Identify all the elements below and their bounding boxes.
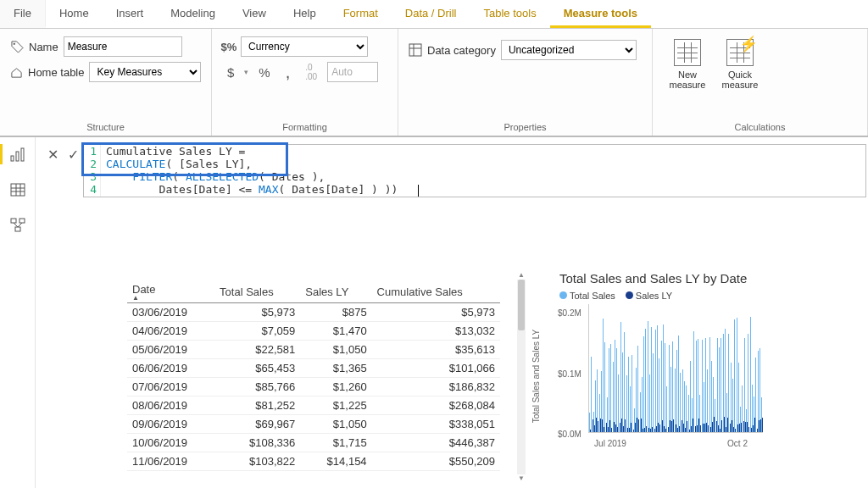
col-header[interactable]: Date▲: [127, 280, 214, 303]
svg-point-0: [13, 42, 14, 44]
ribbon-group-properties: Data category Uncategorized Properties: [398, 29, 653, 136]
table-row[interactable]: 05/06/2019$22,581$1,050$35,613: [127, 341, 500, 359]
decimals-input[interactable]: [327, 62, 378, 82]
tab-file[interactable]: File: [0, 0, 46, 28]
group-label-structure: Structure: [10, 120, 201, 136]
scrollbar-thumb[interactable]: [518, 280, 525, 330]
measure-name-input[interactable]: [64, 36, 182, 57]
table-row[interactable]: 07/06/2019$85,766$1,260$186,832: [127, 378, 500, 396]
chart-visual[interactable]: Total Sales and Sales LY by Date Total S…: [559, 271, 868, 448]
tab-view[interactable]: View: [229, 0, 280, 28]
table-row[interactable]: 03/06/2019$5,973$875$5,973: [127, 303, 500, 322]
tab-measure-tools[interactable]: Measure tools: [550, 0, 651, 28]
chart-title: Total Sales and Sales LY by Date: [559, 271, 868, 286]
col-header[interactable]: Cumulative Sales: [372, 280, 500, 303]
quick-measure-button[interactable]: ⚡ Quick measure: [715, 37, 765, 120]
home-table-label: Home table: [28, 66, 84, 79]
scroll-down-icon[interactable]: ▼: [517, 474, 526, 483]
tag-icon: [10, 40, 24, 53]
table-row[interactable]: 04/06/2019$7,059$1,470$13,032: [127, 322, 500, 341]
tab-format[interactable]: Format: [330, 0, 392, 28]
col-header[interactable]: Total Sales: [214, 280, 300, 303]
svg-rect-1: [409, 44, 421, 56]
thousands-button[interactable]: ,: [281, 66, 296, 78]
ribbon-group-formatting: $% Currency $▾ % , .0.00 Formatting: [212, 29, 398, 136]
table-row[interactable]: 06/06/2019$65,453$1,365$101,066: [127, 359, 500, 378]
menubar: FileHomeInsertModelingViewHelpFormatData…: [0, 0, 868, 29]
format-select[interactable]: Currency: [241, 36, 368, 57]
currency-button[interactable]: $: [222, 64, 239, 81]
tab-data-drill[interactable]: Data / Drill: [392, 0, 470, 28]
tab-help[interactable]: Help: [280, 0, 330, 28]
tab-modeling[interactable]: Modeling: [157, 0, 229, 28]
data-category-label: Data category: [427, 44, 496, 57]
svg-rect-4: [11, 156, 14, 161]
formula-cancel-button[interactable]: ✕: [42, 144, 63, 164]
format-icon: $%: [222, 40, 236, 53]
tab-table-tools[interactable]: Table tools: [470, 0, 549, 28]
new-measure-button[interactable]: New measure: [663, 37, 712, 120]
new-measure-icon: [674, 39, 701, 66]
chart-body: Total Sales and Sales LY $0.2M $0.1M $0.…: [559, 304, 763, 448]
group-label-calculations: Calculations: [663, 120, 857, 136]
home-table-select[interactable]: Key Measures: [89, 62, 201, 82]
name-label: Name: [29, 41, 58, 53]
percent-button[interactable]: %: [253, 64, 275, 81]
chart-legend: Total Sales Sales LY: [559, 291, 868, 301]
decimals-icon[interactable]: .0.00: [300, 61, 322, 83]
scroll-up-icon[interactable]: ▲: [517, 271, 526, 280]
svg-rect-13: [19, 219, 25, 223]
table-row[interactable]: 11/06/2019$103,822$14,154$550,209: [127, 452, 500, 471]
ribbon-group-structure: Name Home table Key Measures Structure: [0, 29, 212, 136]
svg-rect-14: [15, 227, 20, 231]
svg-line-15: [14, 223, 18, 227]
data-category-select[interactable]: Uncategorized: [501, 40, 637, 60]
table-visual[interactable]: Date▲Total SalesSales LYCumulative Sales…: [127, 280, 500, 471]
quick-measure-icon: ⚡: [726, 39, 754, 66]
table-scrollbar[interactable]: ▲ ▼: [517, 280, 526, 474]
report-view-icon[interactable]: [8, 144, 28, 164]
tab-home[interactable]: Home: [46, 0, 103, 28]
svg-rect-5: [16, 152, 19, 161]
report-canvas: Date▲Total SalesSales LYCumulative Sales…: [42, 220, 868, 488]
side-nav: [0, 137, 36, 488]
table-row[interactable]: 09/06/2019$69,967$1,050$338,051: [127, 415, 500, 434]
svg-rect-12: [11, 219, 16, 223]
chart-ylabel: Total Sales and Sales LY: [531, 330, 541, 423]
col-header[interactable]: Sales LY: [300, 280, 371, 303]
tab-insert[interactable]: Insert: [103, 0, 158, 28]
formula-editor[interactable]: 1Cumulative Sales LY =2CALCULATE( [Sales…: [83, 144, 866, 197]
category-icon: [409, 43, 422, 57]
home-icon: [10, 65, 23, 79]
formula-commit-button[interactable]: ✓: [63, 144, 83, 164]
group-label-formatting: Formatting: [222, 120, 387, 136]
model-view-icon[interactable]: [8, 215, 28, 236]
svg-rect-7: [11, 184, 25, 196]
legend-dot-total: [559, 291, 567, 299]
svg-rect-6: [21, 148, 24, 161]
table-row[interactable]: 10/06/2019$108,336$1,715$446,387: [127, 434, 500, 452]
svg-line-16: [18, 223, 22, 227]
group-label-properties: Properties: [409, 120, 642, 136]
table-row[interactable]: 08/06/2019$81,252$1,225$268,084: [127, 396, 500, 415]
ribbon-group-calculations: New measure ⚡ Quick measure Calculations: [653, 29, 868, 136]
chart-plot: [588, 304, 763, 433]
formula-bar: ✕ ✓ 1Cumulative Sales LY =2CALCULATE( [S…: [42, 144, 866, 197]
data-view-icon[interactable]: [8, 180, 28, 200]
legend-dot-ly: [626, 291, 633, 299]
ribbon: Name Home table Key Measures Structure $…: [0, 29, 868, 137]
